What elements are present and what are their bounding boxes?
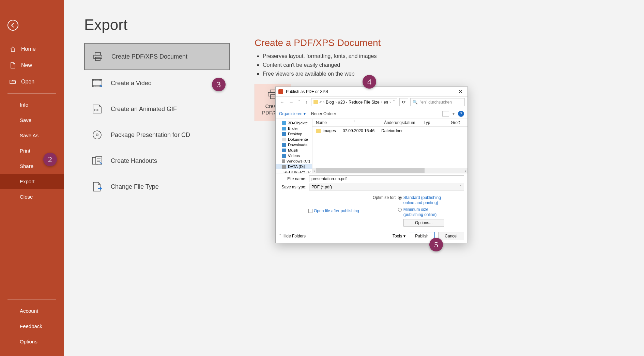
svg-rect-9 <box>270 90 276 92</box>
savetype-select[interactable]: PDF (*.pdf) ˅ <box>309 184 464 190</box>
sidebar-label: Open <box>21 79 34 85</box>
sidebar-item-home[interactable]: Home <box>0 41 64 57</box>
sidebar-item-save[interactable]: Save <box>0 112 64 128</box>
export-option-label: Create PDF/XPS Document <box>111 53 187 60</box>
detail-bullets: Preserves layout, formatting, fonts, and… <box>255 53 381 77</box>
new-doc-icon <box>10 62 16 69</box>
file-row[interactable]: images 07.09.2020 16:46 Dateiordner <box>312 127 467 135</box>
tree-node: Desktop <box>276 131 312 137</box>
handouts-icon <box>92 155 103 166</box>
publish-button[interactable]: Publish <box>409 232 435 240</box>
close-icon[interactable]: ✕ <box>456 89 465 95</box>
powerpoint-icon <box>278 89 283 94</box>
nav-forward-icon[interactable]: → <box>288 99 295 105</box>
open-after-label: Open file after publishing <box>314 208 359 213</box>
scroll-right-icon[interactable]: › <box>464 168 467 173</box>
sidebar-item-open[interactable]: Open <box>0 74 64 90</box>
svg-rect-11 <box>271 95 275 99</box>
col-type[interactable]: Typ <box>420 119 447 126</box>
sidebar-item-close[interactable]: Close <box>0 189 64 204</box>
col-date[interactable]: Änderungsdatum <box>381 119 420 126</box>
arrow-left-icon <box>10 22 16 28</box>
optimize-minimum-radio[interactable]: Minimum size (publishing online) <box>398 207 444 218</box>
export-option-handouts[interactable]: Create Handouts <box>84 148 230 174</box>
filename-input[interactable] <box>309 175 464 182</box>
file-type: Dateiordner <box>378 128 406 134</box>
crumb-part[interactable]: #23 - Reduce File Size <box>338 100 379 105</box>
tree-node: Downloads <box>276 142 312 148</box>
sidebar-item-info[interactable]: Info <box>0 97 64 112</box>
step-badge-5: 5 <box>429 238 443 251</box>
gif-icon: GIF <box>92 104 103 114</box>
organize-menu[interactable]: Organisieren ▾ <box>279 111 306 116</box>
tools-menu[interactable]: Tools ▾ <box>393 234 405 238</box>
export-detail-panel: Create a PDF/XPS Document Preserves layo… <box>255 37 381 80</box>
sidebar-item-saveas[interactable]: Save As <box>0 128 64 143</box>
folder-icon <box>313 100 318 104</box>
tree-node: Windows (C:) <box>276 158 312 164</box>
sidebar-label: Save <box>20 117 31 123</box>
export-option-pdfxps[interactable]: Create PDF/XPS Document <box>84 43 230 70</box>
radio-on-icon <box>398 196 402 200</box>
sidebar-item-export[interactable]: Export <box>0 174 64 189</box>
export-option-gif[interactable]: GIF Create an Animated GIF <box>84 96 230 122</box>
chevron-down-icon[interactable]: ˅ <box>393 100 395 105</box>
scroll-left-icon[interactable]: ‹ <box>312 168 316 173</box>
dialog-toolbar: Organisieren ▾ Neuer Ordner ▾ ? <box>276 109 467 119</box>
sidebar-label: Home <box>21 46 36 52</box>
hide-folders-toggle[interactable]: ˄Hide Folders <box>279 234 306 238</box>
optimize-standard-radio[interactable]: Standard (publishing online and printing… <box>398 195 444 206</box>
step-badge-2: 2 <box>43 153 57 166</box>
crumb-part: « <box>320 100 322 105</box>
refresh-button[interactable]: ⟳ <box>399 98 408 106</box>
step-badge-3: 3 <box>212 78 226 91</box>
help-icon[interactable]: ? <box>458 111 464 117</box>
new-folder-button[interactable]: Neuer Ordner <box>311 111 336 116</box>
printer-icon <box>92 51 103 62</box>
cancel-button[interactable]: Cancel <box>438 232 464 240</box>
address-bar[interactable]: «› Blog› #23 - Reduce File Size› en› ˅ <box>311 98 398 106</box>
chevron-down-icon[interactable]: ▾ <box>453 111 455 116</box>
export-option-label: Change File Type <box>111 183 159 190</box>
svg-point-6 <box>96 134 98 136</box>
open-after-checkbox[interactable]: Open file after publishing <box>308 195 359 227</box>
view-mode-button[interactable] <box>442 111 449 117</box>
sidebar-item-feedback[interactable]: Feedback <box>0 319 64 334</box>
export-option-label: Package Presentation for CD <box>111 131 190 139</box>
sidebar-item-options[interactable]: Options <box>0 334 64 349</box>
sidebar-label: Feedback <box>20 323 42 329</box>
nav-dropdown-icon[interactable]: ˅ <box>297 99 302 105</box>
export-option-video[interactable]: Create a Video <box>84 70 230 96</box>
export-option-label: Create Handouts <box>111 157 157 165</box>
nav-back-icon[interactable]: ← <box>278 99 286 105</box>
export-option-package-cd[interactable]: Package Presentation for CD <box>84 122 230 148</box>
savetype-label: Save as type: <box>279 185 309 189</box>
search-box[interactable]: 🔍 "en" durchsuchen <box>410 98 465 106</box>
dialog-options: Open file after publishing Optimize for:… <box>276 194 467 229</box>
detail-point: Content can't be easily changed <box>263 62 381 68</box>
chevron-down-icon: ˅ <box>460 185 462 189</box>
search-placeholder: "en" durchsuchen <box>420 100 452 105</box>
horizontal-scrollbar[interactable]: ‹ › <box>312 168 467 173</box>
crumb-part[interactable]: en <box>384 100 388 105</box>
folder-tree[interactable]: 3D-Objekte Bilder Desktop Dokumente Down… <box>276 119 312 173</box>
folder-open-icon <box>10 78 16 85</box>
sidebar-label: Options <box>20 339 37 344</box>
sidebar-label: Account <box>20 308 38 314</box>
column-headers[interactable]: Name ˄ Änderungsdatum Typ Größ <box>312 119 467 127</box>
separator <box>7 299 56 300</box>
back-button[interactable] <box>7 20 18 31</box>
nav-up-icon[interactable]: ↑ <box>304 99 309 105</box>
vertical-divider <box>241 37 241 273</box>
col-size[interactable]: Größ <box>447 119 461 126</box>
sidebar-item-account[interactable]: Account <box>0 303 64 319</box>
sidebar-item-new[interactable]: New <box>0 57 64 74</box>
options-button[interactable]: Options... <box>403 219 444 227</box>
crumb-part[interactable]: Blog <box>326 100 334 105</box>
export-options-list: Create PDF/XPS Document Create a Video G… <box>84 43 230 200</box>
col-name[interactable]: Name <box>312 119 381 126</box>
export-option-change-type[interactable]: Change File Type <box>84 174 230 200</box>
file-date: 07.09.2020 16:46 <box>339 128 378 134</box>
scrollbar-thumb[interactable] <box>316 168 425 173</box>
sidebar-label: Close <box>20 194 33 200</box>
